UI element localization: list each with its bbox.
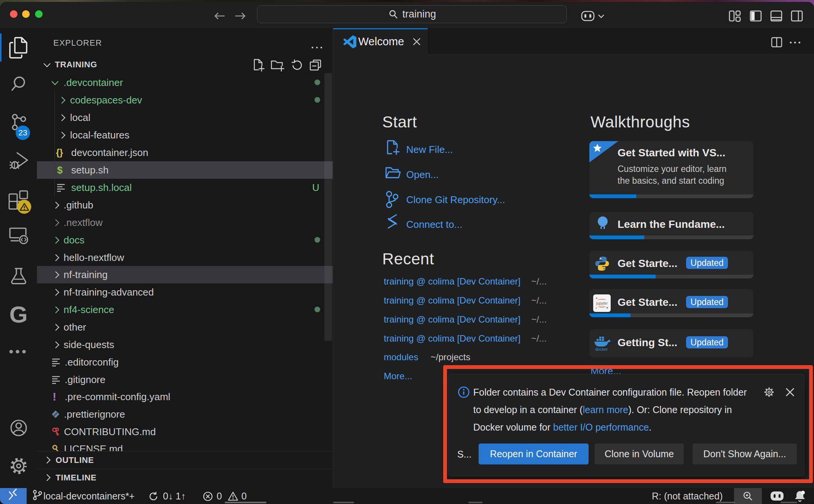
svg-text:docker: docker [595,347,608,351]
svg-text:jupyter: jupyter [596,301,608,305]
